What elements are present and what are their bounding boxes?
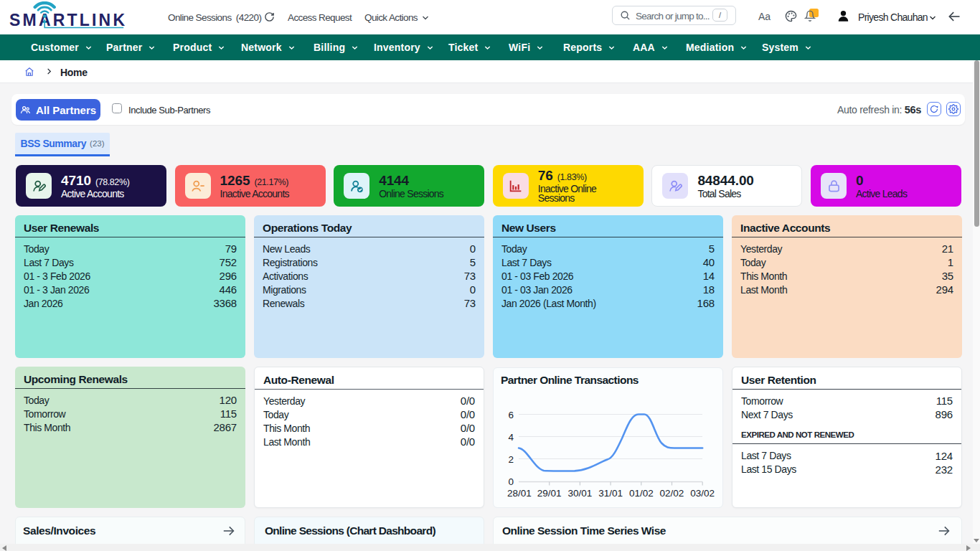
svg-text:02/02: 02/02 [660,488,684,499]
svg-text:28/01: 28/01 [507,488,532,499]
svg-text:01/02: 01/02 [629,488,654,499]
svg-text:29/01: 29/01 [537,488,562,499]
svg-text:SMARTLINK: SMARTLINK [9,11,127,29]
svg-text:Partner Online Transactions: Partner Online Transactions [501,374,639,386]
svg-text:31/01: 31/01 [598,488,623,499]
svg-text:6: 6 [508,410,514,420]
svg-text:03/02: 03/02 [690,488,715,499]
svg-text:4: 4 [508,432,514,443]
svg-text:2: 2 [508,454,514,465]
svg-text:0: 0 [508,476,514,487]
svg-text:30/01: 30/01 [568,488,593,499]
